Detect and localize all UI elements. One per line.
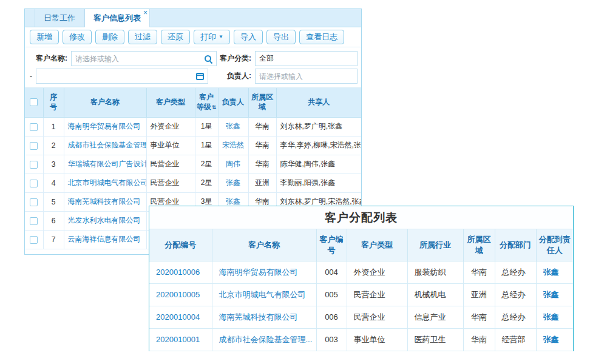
- owner-link[interactable]: 张鑫: [226, 197, 240, 206]
- alloc-no-link[interactable]: 2020010006: [156, 268, 200, 277]
- assignee-link[interactable]: 张鑫: [543, 312, 559, 322]
- edit-button[interactable]: 修改: [63, 30, 92, 44]
- owner-input[interactable]: [259, 72, 353, 81]
- cell-customer-name: 光发水利水电有限公司: [64, 211, 146, 230]
- cell-customer-level: 2星: [195, 174, 218, 192]
- owner-link[interactable]: 张鑫: [226, 122, 240, 130]
- tab-daily-work[interactable]: 日常工作: [35, 9, 84, 27]
- row-checkbox[interactable]: [30, 161, 38, 169]
- col-header-region: 所属区域: [248, 88, 276, 117]
- allocation-row[interactable]: 2020010001 成都市社会保险基金管理... 003 事业单位 医药卫生 …: [149, 328, 573, 351]
- alloc-no-link[interactable]: 2020010005: [156, 290, 200, 299]
- export-button[interactable]: 导出: [266, 30, 296, 44]
- customer-name-link[interactable]: 成都市社会保险基金管理...: [68, 141, 147, 149]
- allocation-row[interactable]: 2020010006 海南明华贸易有限公司 004 外资企业 服装纺织 华南 总…: [149, 261, 573, 283]
- row-checkbox[interactable]: [30, 217, 38, 225]
- print-button[interactable]: 打印 ▼: [194, 30, 230, 44]
- cell-customer-type: 民营企业: [347, 306, 407, 328]
- cell-no: 4: [43, 174, 64, 192]
- customer-row[interactable]: 4 北京市明城电气有限公司 民营企业 2星 张鑫 亚洲 李勤丽,阳强,张鑫: [25, 174, 361, 192]
- alloc-no-link[interactable]: 2020010004: [156, 312, 200, 322]
- assignee-link[interactable]: 张鑫: [543, 335, 559, 344]
- close-icon[interactable]: ×: [143, 9, 148, 16]
- customer-table-header-row: 序号 客户名称 客户类型 客户等级⇅ 负责人 所属区域 共享人: [25, 88, 361, 117]
- page-title: 客户分配列表: [149, 206, 573, 229]
- date-input[interactable]: [40, 72, 196, 81]
- row-checkbox[interactable]: [30, 123, 38, 131]
- row-checkbox[interactable]: [30, 236, 38, 244]
- row-checkbox[interactable]: [30, 180, 38, 187]
- print-button-label: 打印: [200, 32, 216, 42]
- view-log-button[interactable]: 查看日志: [299, 30, 344, 44]
- allocation-row[interactable]: 2020010004 海南芜城科技有限公司 006 民营企业 信息产业 华南 总…: [149, 306, 573, 328]
- calendar-icon[interactable]: [196, 73, 204, 80]
- assignee-link[interactable]: 张鑫: [543, 290, 559, 299]
- cell-no: 3: [43, 155, 64, 174]
- add-button[interactable]: 新增: [30, 30, 59, 44]
- cell-shared: 李华,李婷,柳琳,宋浩然,张鑫: [276, 136, 361, 155]
- filter-row-2: - 负责人:: [29, 67, 358, 85]
- cell-checkbox: [25, 192, 43, 211]
- restore-button[interactable]: 还原: [161, 30, 190, 44]
- customer-name-link[interactable]: 光发水利水电有限公司: [68, 216, 141, 224]
- cell-customer-name: 海南明华贸易有限公司: [64, 117, 146, 136]
- cell-alloc-no: 2020010006: [149, 261, 212, 283]
- cell-no: 2: [43, 136, 64, 155]
- cell-assignee: 张鑫: [536, 328, 573, 351]
- cell-cust-no: 003: [316, 328, 347, 351]
- sort-icon[interactable]: ⇅: [212, 104, 217, 110]
- allocation-table: 分配编号 客户名称 客户编号 客户类型 所属行业 所属区域 分配部门 分配到责任…: [149, 229, 573, 351]
- owner-input-box: [255, 69, 358, 84]
- customer-name-link[interactable]: 海南明华贸易有限公司: [68, 122, 141, 130]
- cell-customer-type: 民营企业: [347, 283, 407, 306]
- alloc-no-link[interactable]: 2020010001: [156, 335, 200, 344]
- cell-alloc-no: 2020010005: [149, 283, 212, 306]
- customer-name-label: 客户名称:: [36, 53, 67, 64]
- col-header-customer-type: 客户类型: [146, 88, 195, 117]
- row-checkbox[interactable]: [30, 198, 38, 206]
- customer-name-link[interactable]: 成都市社会保险基金管理...: [219, 335, 313, 344]
- select-all-checkbox[interactable]: [30, 98, 38, 106]
- cell-region: 华南: [463, 306, 495, 328]
- customer-name-link[interactable]: 北京市明城电气有限公司: [68, 178, 147, 187]
- owner-link[interactable]: 张鑫: [226, 178, 240, 187]
- search-icon[interactable]: [204, 55, 212, 63]
- cell-cust-no: 004: [316, 261, 347, 283]
- customer-name-link[interactable]: 北京市明城电气有限公司: [219, 290, 306, 299]
- cell-customer-name: 成都市社会保险基金管理...: [64, 136, 146, 155]
- cell-industry: 医药卫生: [407, 328, 463, 351]
- owner-link[interactable]: 宋浩然: [222, 141, 244, 149]
- customer-category-input-box: [255, 51, 358, 66]
- owner-link[interactable]: 陶伟: [226, 160, 240, 168]
- customer-row[interactable]: 3 华瑞城有限公司广告设计部 民营企业 2星 陶伟 华南 陈华健,陶伟,张鑫: [25, 155, 361, 174]
- row-checkbox[interactable]: [30, 142, 38, 150]
- customer-row[interactable]: 1 海南明华贸易有限公司 外资企业 1星 张鑫 华南 刘东林,罗广明,张鑫: [25, 117, 361, 136]
- tab-customer-info-list[interactable]: 客户信息列表 ×: [84, 9, 150, 27]
- delete-button[interactable]: 删除: [95, 30, 124, 44]
- tab-bar: 日常工作 客户信息列表 ×: [25, 9, 361, 27]
- col-header-alloc-no: 分配编号: [149, 229, 212, 261]
- import-button[interactable]: 导入: [234, 30, 263, 44]
- select-all-cell: [25, 88, 43, 117]
- assignee-link[interactable]: 张鑫: [543, 268, 559, 277]
- customer-name-link[interactable]: 海南芜城科技有限公司: [219, 312, 298, 322]
- cell-no: 1: [43, 117, 64, 136]
- cell-owner: 张鑫: [218, 117, 248, 136]
- customer-name-link[interactable]: 海南芜城科技有限公司: [68, 197, 141, 206]
- cell-customer-level: 2星: [195, 155, 218, 174]
- col-header-customer-level[interactable]: 客户等级⇅: [195, 88, 218, 117]
- customer-name-link[interactable]: 云南海祥信息有限公司: [68, 235, 141, 243]
- cell-assignee: 张鑫: [536, 283, 573, 306]
- customer-row[interactable]: 2 成都市社会保险基金管理... 事业单位 1星 宋浩然 华南 李华,李婷,柳琳…: [25, 136, 361, 155]
- cell-shared: 陈华健,陶伟,张鑫: [276, 155, 361, 174]
- cell-region: 亚洲: [463, 283, 495, 306]
- customer-name-link[interactable]: 海南明华贸易有限公司: [219, 268, 298, 277]
- cell-region: 亚洲: [248, 174, 276, 192]
- filter-button[interactable]: 过滤: [128, 30, 157, 44]
- cell-checkbox: [25, 136, 43, 155]
- customer-category-input[interactable]: [259, 55, 353, 63]
- cell-customer-name: 海南芜城科技有限公司: [212, 306, 316, 328]
- customer-name-link[interactable]: 华瑞城有限公司广告设计部: [68, 160, 147, 168]
- allocation-row[interactable]: 2020010005 北京市明城电气有限公司 005 民营企业 机械机电 亚洲 …: [149, 283, 573, 306]
- customer-name-input[interactable]: [75, 55, 204, 63]
